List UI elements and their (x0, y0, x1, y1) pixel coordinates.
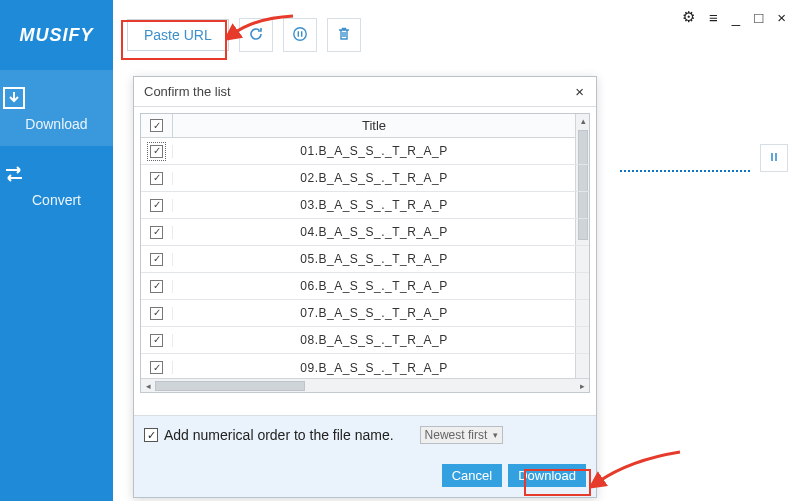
dialog-title: Confirm the list (144, 84, 231, 99)
pause-circle-icon (292, 26, 308, 45)
scroll-up-icon[interactable]: ▴ (576, 114, 590, 128)
maximize-icon: □ (754, 9, 763, 26)
sidebar-item-label: Convert (32, 192, 81, 208)
table-row[interactable]: ✓ 07.B_A_S_S_._T_R_A_P (141, 300, 589, 327)
svg-point-1 (294, 27, 306, 39)
table-body: ✓ 01.B_A_S_S_._T_R_A_P ✓ 02.B_A_S_S_._T_… (141, 138, 589, 378)
table-wrap: ✓ Title ▴ ▾ ✓ 01.B_A_S_S_._T_R_A_P ✓ 02.… (134, 107, 596, 415)
sidebar-item-convert[interactable]: Convert (0, 146, 113, 222)
row-checkbox[interactable]: ✓ (150, 226, 163, 239)
gear-icon: ⚙ (682, 8, 695, 25)
row-checkbox[interactable]: ✓ (150, 253, 163, 266)
table-row[interactable]: ✓ 08.B_A_S_S_._T_R_A_P (141, 327, 589, 354)
table-row[interactable]: ✓ 01.B_A_S_S_._T_R_A_P (141, 138, 589, 165)
row-checkbox[interactable]: ✓ (150, 361, 163, 374)
download-icon (0, 86, 113, 110)
refresh-icon (248, 26, 264, 45)
pause-download-button[interactable] (760, 144, 788, 172)
sidebar-item-download[interactable]: Download (0, 70, 113, 146)
row-checkbox[interactable]: ✓ (150, 307, 163, 320)
download-progress-dots (620, 170, 750, 172)
annotation-arrow-download (590, 448, 690, 498)
table-row[interactable]: ✓ 04.B_A_S_S_._T_R_A_P (141, 219, 589, 246)
minimize-button[interactable]: _ (728, 7, 744, 28)
sort-order-label: Newest first (425, 428, 488, 442)
scroll-left-icon[interactable]: ◂ (141, 379, 155, 393)
trash-icon (336, 26, 352, 45)
scroll-right-icon[interactable]: ▸ (575, 379, 589, 393)
row-title: 02.B_A_S_S_._T_R_A_P (173, 171, 589, 185)
select-all-checkbox[interactable]: ✓ (150, 119, 163, 132)
delete-button[interactable] (327, 18, 361, 52)
row-title: 09.B_A_S_S_._T_R_A_P (173, 361, 589, 375)
table-row[interactable]: ✓ 03.B_A_S_S_._T_R_A_P (141, 192, 589, 219)
maximize-button[interactable]: □ (750, 7, 767, 28)
refresh-button[interactable] (239, 18, 273, 52)
row-checkbox[interactable]: ✓ (150, 334, 163, 347)
table-row[interactable]: ✓ 02.B_A_S_S_._T_R_A_P (141, 165, 589, 192)
table-row[interactable]: ✓ 06.B_A_S_S_._T_R_A_P (141, 273, 589, 300)
confirm-list-dialog: Confirm the list × ✓ Title ▴ ▾ ✓ 01. (133, 76, 597, 498)
row-title: 04.B_A_S_S_._T_R_A_P (173, 225, 589, 239)
table-header: ✓ Title ▴ ▾ (141, 114, 589, 138)
row-title: 05.B_A_S_S_._T_R_A_P (173, 252, 589, 266)
sort-order-select[interactable]: Newest first ▾ (420, 426, 504, 444)
scroll-thumb[interactable] (155, 381, 305, 391)
close-window-button[interactable]: × (773, 7, 790, 28)
menu-icon: ≡ (709, 9, 718, 26)
horizontal-scrollbar[interactable]: ◂ ▸ (141, 378, 589, 392)
download-button[interactable]: Download (508, 464, 586, 487)
paste-url-label: Paste URL (144, 27, 212, 43)
row-title: 06.B_A_S_S_._T_R_A_P (173, 279, 589, 293)
row-title: 08.B_A_S_S_._T_R_A_P (173, 333, 589, 347)
paste-url-button[interactable]: Paste URL (127, 19, 229, 51)
close-icon: × (777, 9, 786, 26)
row-title: 01.B_A_S_S_._T_R_A_P (173, 144, 589, 158)
header-checkbox-cell[interactable]: ✓ (141, 114, 173, 137)
dialog-footer: ✓ Add numerical order to the file name. … (134, 415, 596, 497)
menu-button[interactable]: ≡ (705, 7, 722, 28)
row-title: 03.B_A_S_S_._T_R_A_P (173, 198, 589, 212)
table-row[interactable]: ✓ 09.B_A_S_S_._T_R_A_P (141, 354, 589, 378)
convert-icon (0, 162, 113, 186)
window-controls: ⚙ ≡ _ □ × (678, 6, 790, 28)
pause-icon (769, 151, 779, 165)
sidebar-item-label: Download (25, 116, 87, 132)
settings-button[interactable]: ⚙ (678, 6, 699, 28)
minimize-icon: _ (732, 9, 740, 26)
sidebar: MUSIFY Download Convert (0, 0, 113, 501)
row-checkbox[interactable]: ✓ (150, 145, 163, 158)
chevron-down-icon: ▾ (493, 430, 498, 440)
download-label: Download (518, 468, 576, 483)
dialog-close-button[interactable]: × (571, 83, 588, 100)
numerical-order-checkbox[interactable]: ✓ (144, 428, 158, 442)
row-checkbox[interactable]: ✓ (150, 280, 163, 293)
row-checkbox[interactable]: ✓ (150, 172, 163, 185)
column-title: Title (173, 114, 589, 137)
dialog-header: Confirm the list × (134, 77, 596, 107)
numerical-order-label: Add numerical order to the file name. (164, 427, 394, 443)
track-table: ✓ Title ▴ ▾ ✓ 01.B_A_S_S_._T_R_A_P ✓ 02.… (140, 113, 590, 393)
close-icon: × (575, 83, 584, 100)
stop-button[interactable] (283, 18, 317, 52)
table-row[interactable]: ✓ 05.B_A_S_S_._T_R_A_P (141, 246, 589, 273)
row-title: 07.B_A_S_S_._T_R_A_P (173, 306, 589, 320)
brand-logo: MUSIFY (0, 0, 113, 70)
cancel-label: Cancel (452, 468, 492, 483)
cancel-button[interactable]: Cancel (442, 464, 502, 487)
row-checkbox[interactable]: ✓ (150, 199, 163, 212)
